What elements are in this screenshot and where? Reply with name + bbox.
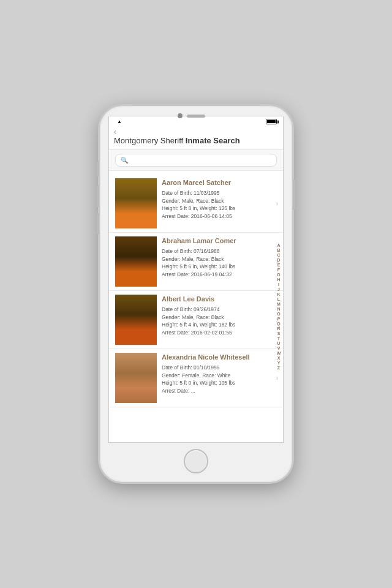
search-bar: 🔍 [109,150,283,171]
alpha-letter-T[interactable]: T [277,336,280,341]
power-button[interactable] [293,179,295,210]
inmate-photo [115,178,157,228]
alpha-letter-P[interactable]: P [277,317,281,321]
phone-bottom [100,443,292,482]
alpha-letter-S[interactable]: S [277,331,281,336]
alpha-letter-G[interactable]: G [277,273,280,277]
phone-top [100,106,292,116]
alpha-letter-F[interactable]: F [277,268,280,272]
alpha-letter-Q[interactable]: Q [277,322,280,326]
alpha-letter-A[interactable]: A [277,243,280,247]
inmate-name: Albert Lee Davis [162,295,270,303]
chevron-left-icon: ‹ [114,128,116,135]
nav-title: Montgomery Sheriff Inmate Search [114,136,278,146]
inmate-info: Albert Lee DavisDate of Birth: 09/26/197… [157,295,278,345]
earpiece-speaker [187,115,205,118]
alpha-letter-K[interactable]: K [277,292,280,296]
inmate-row[interactable]: Aaron Marcel SatcherDate of Birth: 11/03… [109,175,283,233]
alpha-letter-B[interactable]: B [277,248,280,252]
home-button[interactable] [184,449,208,473]
inmate-detail: Date of Birth: 09/26/1974Gender: Male, R… [162,306,270,337]
alphabet-index: ABCDEFGHIJKLMNOPQRSTUVWXYZ [274,171,283,442]
alpha-letter-M[interactable]: M [277,302,281,306]
screen: ▲ ‹ Montgomery Sheriff Inmate Search [109,116,283,442]
alpha-letter-C[interactable]: C [277,253,280,257]
inmate-row[interactable]: Albert Lee DavisDate of Birth: 09/26/197… [109,291,283,349]
alpha-letter-V[interactable]: V [277,346,281,350]
screen-wrapper: ▲ ‹ Montgomery Sheriff Inmate Search [108,116,284,443]
inmate-list: Aaron Marcel SatcherDate of Birth: 11/03… [109,175,283,407]
inmate-info: Alexandria Nicole WhitesellDate of Birth… [157,353,278,403]
alpha-letter-H[interactable]: H [277,277,280,282]
status-left: ▲ [115,119,122,124]
phone-shell: ▲ ‹ Montgomery Sheriff Inmate Search [98,104,294,484]
alpha-letter-U[interactable]: U [277,341,280,345]
battery-fill [267,120,276,123]
battery-icon [266,119,277,124]
search-input-container[interactable]: 🔍 [115,154,277,167]
wifi-icon: ▲ [117,119,122,124]
alpha-letter-O[interactable]: O [277,312,280,316]
inmate-detail: Date of Birth: 11/03/1995Gender: Male, R… [162,189,270,221]
status-right [266,119,277,124]
inmate-name: Abraham Lamar Comer [162,236,270,245]
alpha-letter-Z[interactable]: Z [277,366,280,370]
inmate-photo [115,236,157,287]
alpha-letter-N[interactable]: N [277,307,280,311]
inmate-name: Aaron Marcel Satcher [162,178,270,187]
nav-title-bold: Inmate Search [186,136,240,145]
alpha-letter-X[interactable]: X [277,356,281,360]
nav-bar: ‹ Montgomery Sheriff Inmate Search [109,126,283,150]
alpha-letter-Y[interactable]: Y [277,361,281,365]
inmate-detail: Date of Birth: 07/16/1988Gender: Male, R… [162,247,270,279]
status-bar: ▲ [109,116,283,126]
scroll-content[interactable]: Aaron Marcel SatcherDate of Birth: 11/03… [109,171,283,442]
alpha-letter-L[interactable]: L [277,297,280,301]
inmate-detail: Date of Birth: 01/10/1995Gender: Female,… [162,364,270,395]
mute-button[interactable] [97,161,99,176]
back-button[interactable]: ‹ [114,128,278,135]
alpha-letter-D[interactable]: D [277,258,280,262]
alpha-letter-R[interactable]: R [277,326,280,331]
search-icon: 🔍 [121,157,128,164]
inmate-row[interactable]: Alexandria Nicole WhitesellDate of Birth… [109,349,283,407]
inmate-photo [115,295,157,345]
inmate-name: Alexandria Nicole Whitesell [162,353,270,361]
inmate-photo [115,353,157,403]
alpha-letter-J[interactable]: J [277,287,280,292]
volume-down-button[interactable] [97,213,99,235]
inmate-info: Aaron Marcel SatcherDate of Birth: 11/03… [157,178,278,228]
inmate-info: Abraham Lamar ComerDate of Birth: 07/16/… [157,236,278,287]
front-camera [178,113,183,118]
alpha-letter-E[interactable]: E [277,263,281,267]
alpha-letter-I[interactable]: I [278,282,279,287]
volume-up-button[interactable] [97,186,99,207]
alpha-letter-W[interactable]: W [277,351,281,355]
inmate-row[interactable]: Abraham Lamar ComerDate of Birth: 07/16/… [109,233,283,291]
